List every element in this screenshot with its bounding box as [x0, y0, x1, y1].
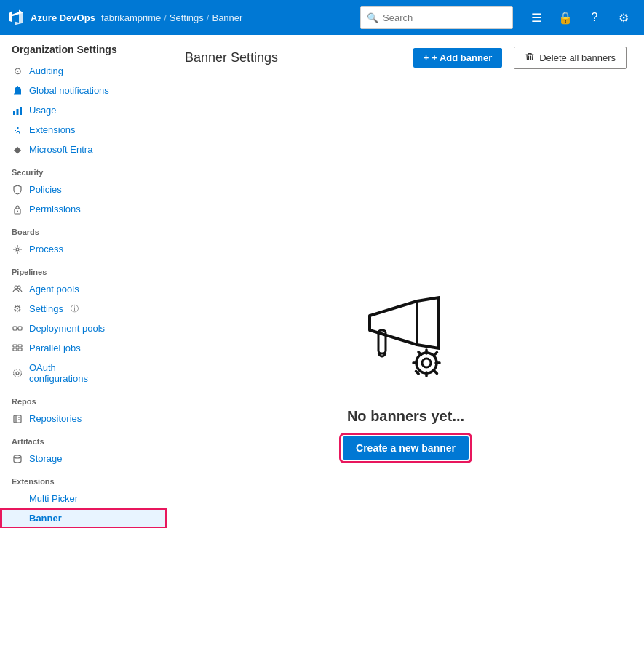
svg-rect-1 — [17, 109, 19, 115]
svg-rect-10 — [13, 345, 17, 347]
artifacts-header: Artifacts — [0, 428, 167, 449]
policies-icon — [12, 185, 23, 195]
sidebar-item-settings[interactable]: ⚙ Settings ⓘ — [0, 299, 167, 319]
list-icon[interactable]: ☰ — [525, 6, 548, 29]
sidebar-section-boards: Boards Process — [0, 219, 167, 259]
agent-pools-icon — [12, 284, 23, 295]
plus-icon: + — [424, 52, 429, 63]
help-icon[interactable]: ? — [583, 6, 606, 29]
notifications-icon — [12, 86, 23, 96]
search-icon: 🔍 — [367, 12, 378, 23]
sidebar-item-oauth-configurations[interactable]: OAuthconfigurations — [0, 358, 167, 388]
sidebar-item-multi-picker[interactable]: Multi Picker — [0, 489, 167, 508]
svg-rect-0 — [13, 111, 15, 115]
sidebar-section-general: ⊙ Auditing Global notifications Usage E — [0, 61, 167, 159]
storage-icon — [12, 454, 23, 464]
create-new-banner-button[interactable]: Create a new banner — [343, 436, 469, 460]
no-banners-title: No banners yet... — [347, 408, 464, 425]
pipelines-header: Pipelines — [0, 259, 167, 279]
sidebar-item-usage[interactable]: Usage — [0, 100, 167, 120]
sidebar-section-extensions: Extensions Multi Picker Banner — [0, 468, 167, 528]
svg-rect-2 — [20, 107, 22, 115]
extensions2-header: Extensions — [0, 468, 167, 489]
settings-badge: ⓘ — [71, 303, 79, 314]
sidebar: Organization Settings ⊙ Auditing Global … — [0, 35, 167, 672]
svg-point-6 — [15, 286, 17, 289]
search-box[interactable]: 🔍 — [360, 6, 513, 29]
svg-point-20 — [422, 359, 431, 367]
empty-state-icon — [348, 294, 464, 391]
breadcrumb: fabrikamprime / Settings / Banner — [101, 12, 243, 23]
sidebar-item-storage[interactable]: Storage — [0, 449, 167, 468]
sidebar-item-process[interactable]: Process — [0, 239, 167, 259]
svg-point-5 — [16, 248, 19, 251]
sidebar-item-repositories[interactable]: Repositories — [0, 409, 167, 428]
azure-devops-logo — [9, 9, 26, 26]
svg-rect-11 — [18, 345, 22, 347]
settings-icon: ⚙ — [12, 303, 23, 314]
svg-point-4 — [17, 210, 18, 212]
svg-point-7 — [17, 286, 20, 289]
sidebar-section-pipelines: Pipelines Agent pools ⚙ Settings ⓘ Deplo… — [0, 259, 167, 388]
extensions-icon — [12, 125, 23, 135]
content-area: Banner Settings + + Add banner Delete al… — [167, 35, 644, 672]
lock-icon[interactable]: 🔒 — [554, 6, 577, 29]
svg-rect-13 — [18, 348, 22, 351]
oauth-icon — [12, 368, 23, 378]
sidebar-title: Organization Settings — [0, 35, 167, 61]
sidebar-item-deployment-pools[interactable]: Deployment pools — [0, 319, 167, 338]
sidebar-section-security: Security Policies Permissions — [0, 159, 167, 219]
auditing-icon: ⊙ — [12, 65, 23, 76]
sidebar-item-auditing[interactable]: ⊙ Auditing — [0, 61, 167, 81]
sidebar-item-microsoft-entra[interactable]: ◆ Microsoft Entra — [0, 140, 167, 159]
sidebar-item-permissions[interactable]: Permissions — [0, 199, 167, 219]
repositories-icon — [12, 414, 23, 424]
svg-rect-8 — [13, 327, 17, 330]
trash-icon — [525, 52, 535, 64]
content-header: Banner Settings + + Add banner Delete al… — [167, 35, 644, 81]
sidebar-item-banner[interactable]: Banner — [0, 508, 167, 528]
page-title: Banner Settings — [185, 50, 402, 65]
svg-rect-9 — [18, 327, 22, 330]
delete-all-banners-button[interactable]: Delete all banners — [514, 47, 627, 69]
parallel-jobs-icon — [12, 343, 23, 353]
top-nav: Azure DevOps fabrikamprime / Settings / … — [0, 0, 644, 35]
user-settings-icon[interactable]: ⚙ — [612, 6, 635, 29]
svg-point-14 — [16, 372, 19, 375]
sidebar-section-repos: Repos Repositories — [0, 388, 167, 428]
sidebar-item-policies[interactable]: Policies — [0, 180, 167, 199]
sidebar-item-global-notifications[interactable]: Global notifications — [0, 81, 167, 100]
svg-rect-15 — [14, 415, 21, 423]
sidebar-item-parallel-jobs[interactable]: Parallel jobs — [0, 338, 167, 358]
main-layout: Organization Settings ⊙ Auditing Global … — [0, 35, 644, 672]
content-body: No banners yet... Create a new banner — [167, 81, 644, 672]
sidebar-item-agent-pools[interactable]: Agent pools — [0, 279, 167, 299]
sidebar-item-extensions[interactable]: Extensions — [0, 120, 167, 140]
entra-icon: ◆ — [12, 144, 23, 155]
add-banner-button[interactable]: + + Add banner — [413, 48, 503, 68]
process-icon — [12, 244, 23, 255]
sidebar-section-artifacts: Artifacts Storage — [0, 428, 167, 468]
empty-state: No banners yet... Create a new banner — [343, 294, 469, 460]
usage-icon — [12, 105, 23, 116]
security-header: Security — [0, 159, 167, 180]
svg-point-16 — [14, 455, 21, 458]
boards-header: Boards — [0, 219, 167, 239]
svg-marker-17 — [370, 301, 417, 345]
repos-header: Repos — [0, 388, 167, 409]
logo[interactable]: Azure DevOps — [9, 9, 95, 26]
nav-icons: ☰ 🔒 ? ⚙ — [525, 6, 635, 29]
deployment-pools-icon — [12, 324, 23, 334]
search-input[interactable] — [383, 12, 506, 23]
svg-rect-12 — [13, 348, 17, 351]
permissions-icon — [12, 204, 23, 215]
